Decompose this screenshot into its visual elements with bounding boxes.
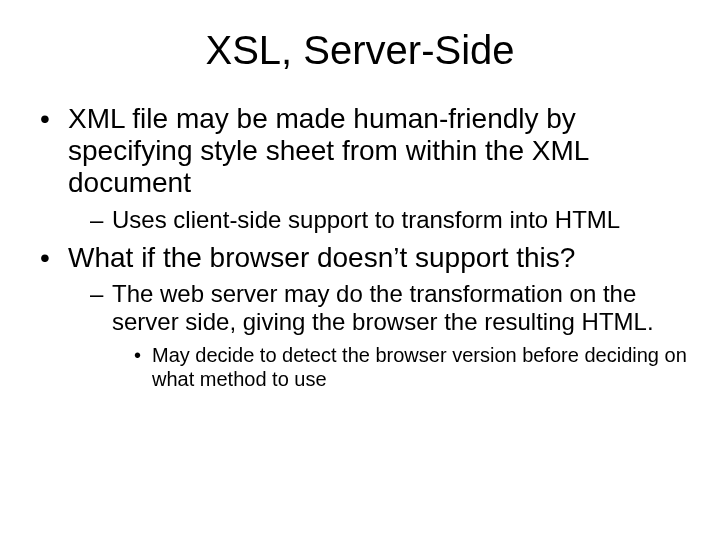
bullet-subsublist: May decide to detect the browser version… — [134, 343, 690, 391]
slide-title: XSL, Server-Side — [30, 28, 690, 73]
bullet-level2: The web server may do the transformation… — [90, 280, 690, 391]
bullet-text: XML file may be made human-friendly by s… — [68, 103, 588, 198]
bullet-level2: Uses client-side support to transform in… — [90, 206, 690, 234]
bullet-level3: May decide to detect the browser version… — [134, 343, 690, 391]
bullet-sublist: Uses client-side support to transform in… — [90, 206, 690, 234]
bullet-level1: XML file may be made human-friendly by s… — [40, 103, 690, 234]
bullet-text: Uses client-side support to transform in… — [112, 206, 620, 233]
bullet-text: The web server may do the transformation… — [112, 280, 654, 335]
bullet-list: XML file may be made human-friendly by s… — [40, 103, 690, 391]
bullet-text: What if the browser doesn’t support this… — [68, 242, 575, 273]
bullet-sublist: The web server may do the transformation… — [90, 280, 690, 391]
bullet-level1: What if the browser doesn’t support this… — [40, 242, 690, 391]
slide: XSL, Server-Side XML file may be made hu… — [0, 0, 720, 540]
bullet-text: May decide to detect the browser version… — [152, 344, 687, 390]
